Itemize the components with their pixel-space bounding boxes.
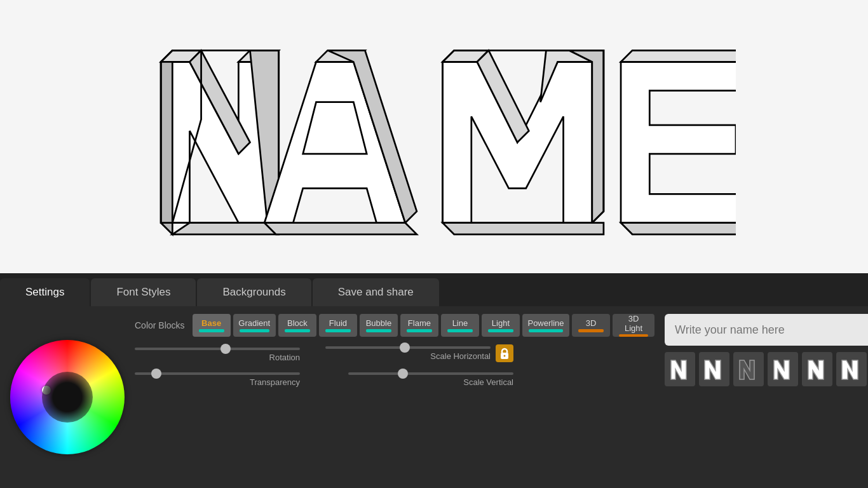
- letter-variant-1[interactable]: [699, 352, 729, 386]
- style-btn-light[interactable]: Light: [482, 314, 520, 337]
- letter-variant-2[interactable]: [733, 352, 764, 386]
- scale-h-label: Scale Horizontal: [430, 351, 491, 361]
- scale-h-slider-thumb[interactable]: [400, 342, 410, 353]
- tab-save-share[interactable]: Save and share: [313, 278, 439, 306]
- svg-marker-21: [621, 62, 736, 222]
- style-btn-3d[interactable]: 3D: [572, 314, 610, 337]
- color-section: [10, 314, 125, 480]
- content-area: Color Blocks Base Gradient Block Fluid: [0, 306, 868, 488]
- left-sliders: Rotation Transparency: [135, 348, 300, 387]
- canvas-area: [0, 0, 868, 273]
- graffiti-display: [0, 0, 868, 273]
- tab-font-styles[interactable]: Font Styles: [91, 278, 196, 306]
- scale-v-slider-thumb[interactable]: [398, 369, 408, 379]
- tab-backgrounds[interactable]: Backgrounds: [197, 278, 311, 306]
- lock-icon[interactable]: [496, 344, 513, 362]
- scale-v-slider-track[interactable]: [348, 372, 513, 375]
- scale-v-slider-group: Scale Vertical: [325, 372, 513, 387]
- color-wheel-handle[interactable]: [42, 386, 51, 395]
- style-btn-flame[interactable]: Flame: [400, 314, 438, 337]
- style-btn-line[interactable]: Line: [441, 314, 479, 337]
- bottom-panel: Settings Font Styles Backgrounds Save an…: [0, 273, 868, 488]
- svg-marker-6: [161, 62, 172, 234]
- color-blocks-row: Color Blocks Base Gradient Block Fluid: [135, 314, 654, 337]
- style-btn-fluid[interactable]: Fluid: [319, 314, 357, 337]
- transparency-label: Transparency: [250, 377, 300, 387]
- sliders-area: Rotation Transparency: [135, 344, 654, 387]
- transparency-slider-group: Transparency: [135, 372, 300, 387]
- letter-variant-5[interactable]: [836, 352, 867, 386]
- right-section: BER KAL: [665, 314, 868, 480]
- controls-section: Color Blocks Base Gradient Block Fluid: [135, 314, 654, 480]
- name-input[interactable]: [665, 314, 868, 346]
- transparency-slider-thumb[interactable]: [151, 369, 161, 379]
- svg-marker-7: [172, 223, 278, 234]
- svg-marker-30: [671, 360, 686, 379]
- rotation-label: Rotation: [269, 353, 300, 362]
- style-btn-block[interactable]: Block: [278, 314, 316, 337]
- rotation-slider-group: Rotation: [135, 348, 300, 362]
- svg-marker-26: [621, 223, 736, 234]
- tab-settings[interactable]: Settings: [0, 278, 90, 306]
- style-btn-gradient[interactable]: Gradient: [233, 314, 276, 337]
- svg-point-29: [504, 355, 506, 357]
- svg-marker-31: [705, 360, 721, 379]
- rotation-slider-track[interactable]: [135, 348, 300, 350]
- svg-marker-33: [774, 360, 789, 379]
- branding-area: BER KAL: [665, 395, 868, 413]
- transparency-slider-track[interactable]: [135, 372, 300, 375]
- rotation-slider-thumb[interactable]: [220, 344, 231, 354]
- letter-variant-0[interactable]: [665, 352, 695, 386]
- scale-h-slider-track[interactable]: [325, 346, 491, 349]
- svg-marker-20: [443, 223, 604, 234]
- color-blocks-label: Color Blocks: [135, 320, 185, 330]
- letter-variant-3[interactable]: [768, 352, 798, 386]
- color-wheel[interactable]: [10, 340, 125, 454]
- scale-h-slider-group: Scale Horizontal: [325, 346, 491, 361]
- svg-marker-13: [264, 223, 417, 234]
- svg-marker-22: [621, 50, 736, 62]
- svg-marker-32: [740, 360, 754, 379]
- style-btn-powerline[interactable]: Powerline: [522, 314, 569, 337]
- style-btn-bubble[interactable]: Bubble: [360, 314, 398, 337]
- scale-v-label: Scale Vertical: [463, 377, 513, 387]
- style-btn-base[interactable]: Base: [193, 314, 231, 337]
- tabs-row: Settings Font Styles Backgrounds Save an…: [0, 273, 868, 306]
- right-sliders: Scale Horizontal: [325, 344, 513, 387]
- style-btn-3dlight[interactable]: 3D Light: [613, 314, 654, 337]
- scale-h-row: Scale Horizontal: [325, 344, 513, 362]
- letter-variants-row: [665, 352, 868, 386]
- letter-variant-4[interactable]: [802, 352, 832, 386]
